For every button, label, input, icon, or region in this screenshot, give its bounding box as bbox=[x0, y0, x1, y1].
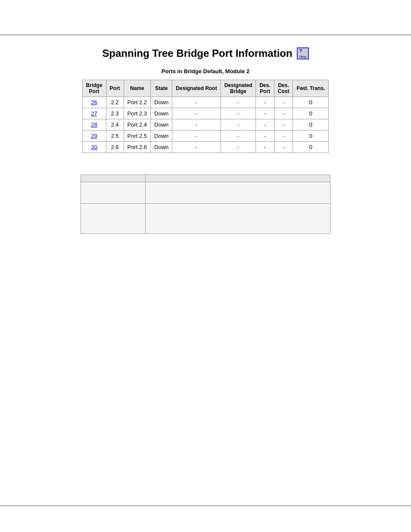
help-icon[interactable]: ?Help bbox=[297, 47, 309, 59]
table-row: 292.5Port 2.5Down----0 bbox=[82, 131, 329, 142]
designated-bridge-cell: - bbox=[221, 97, 256, 108]
bottom-border bbox=[0, 505, 411, 506]
bridge-port-cell[interactable]: 27 bbox=[82, 108, 106, 119]
secondary-table-wrapper bbox=[81, 174, 330, 234]
designated-root-cell: - bbox=[172, 119, 221, 131]
des-port-cell: - bbox=[256, 119, 274, 131]
secondary-row2-col2 bbox=[145, 204, 330, 234]
des-port-cell: - bbox=[256, 108, 274, 119]
des-cost-cell: - bbox=[274, 142, 293, 153]
col-name: Name bbox=[124, 80, 151, 97]
bridge-port-link[interactable]: 26 bbox=[91, 99, 97, 106]
designated-bridge-cell: - bbox=[221, 142, 256, 153]
table-row: 272.3Port 2.3Down----0 bbox=[82, 108, 329, 119]
col-fwd-trans: Fwd. Trans. bbox=[293, 80, 329, 97]
bridge-port-link[interactable]: 28 bbox=[91, 121, 97, 128]
designated-bridge-cell: - bbox=[221, 108, 256, 119]
top-border bbox=[0, 34, 411, 35]
col-designated-root: Designated Root bbox=[172, 80, 221, 97]
state-cell: Down bbox=[151, 97, 172, 108]
designated-root-cell: - bbox=[172, 131, 221, 142]
secondary-row-1 bbox=[81, 182, 330, 204]
des-cost-cell: - bbox=[274, 131, 293, 142]
fwd-trans-cell: 0 bbox=[293, 119, 329, 131]
table-row: 262.2Port 2.2Down----0 bbox=[82, 97, 329, 108]
fwd-trans-cell: 0 bbox=[293, 108, 329, 119]
designated-root-cell: - bbox=[172, 97, 221, 108]
col-bridge-port: BridgePort bbox=[82, 80, 106, 97]
des-cost-cell: - bbox=[274, 108, 293, 119]
name-cell: Port 2.3 bbox=[124, 108, 151, 119]
name-cell: Port 2.6 bbox=[124, 142, 151, 153]
designated-bridge-cell: - bbox=[221, 119, 256, 131]
state-cell: Down bbox=[151, 108, 172, 119]
port-cell: 2.2 bbox=[106, 97, 124, 108]
port-cell: 2.4 bbox=[106, 119, 124, 131]
fwd-trans-cell: 0 bbox=[293, 131, 329, 142]
col-des-port: Des.Port bbox=[256, 80, 274, 97]
table-row: 302.6Port 2.6Down----0 bbox=[82, 142, 329, 153]
designated-root-cell: - bbox=[172, 142, 221, 153]
col-port: Port bbox=[106, 80, 124, 97]
designated-root-cell: - bbox=[172, 108, 221, 119]
page-title-container: Spanning Tree Bridge Port Information ?H… bbox=[102, 47, 308, 59]
state-cell: Down bbox=[151, 119, 172, 131]
page-title: Spanning Tree Bridge Port Information bbox=[102, 47, 292, 59]
table-header-row: BridgePort Port Name State Designated Ro… bbox=[82, 80, 329, 97]
state-cell: Down bbox=[151, 131, 172, 142]
bridge-port-table: BridgePort Port Name State Designated Ro… bbox=[82, 80, 329, 153]
table-row: 282.4Port 2.4Down----0 bbox=[82, 119, 329, 131]
bridge-port-link[interactable]: 27 bbox=[91, 110, 97, 117]
des-cost-cell: - bbox=[274, 97, 293, 108]
fwd-trans-cell: 0 bbox=[293, 142, 329, 153]
des-port-cell: - bbox=[256, 97, 274, 108]
name-cell: Port 2.4 bbox=[124, 119, 151, 131]
secondary-col1-header bbox=[81, 175, 146, 182]
bridge-port-cell[interactable]: 28 bbox=[82, 119, 106, 131]
bridge-port-link[interactable]: 29 bbox=[91, 133, 97, 139]
bridge-port-cell[interactable]: 30 bbox=[82, 142, 106, 153]
secondary-header-row bbox=[81, 175, 330, 182]
secondary-col2-header bbox=[145, 175, 330, 182]
port-cell: 2.6 bbox=[106, 142, 124, 153]
des-port-cell: - bbox=[256, 142, 274, 153]
name-cell: Port 2.5 bbox=[124, 131, 151, 142]
designated-bridge-cell: - bbox=[221, 131, 256, 142]
col-des-cost: Des.Cost bbox=[274, 80, 293, 97]
secondary-row2-col1 bbox=[81, 204, 146, 234]
col-state: State bbox=[151, 80, 172, 97]
port-cell: 2.3 bbox=[106, 108, 124, 119]
des-port-cell: - bbox=[256, 131, 274, 142]
name-cell: Port 2.2 bbox=[124, 97, 151, 108]
secondary-row1-col2 bbox=[145, 182, 330, 204]
port-cell: 2.5 bbox=[106, 131, 124, 142]
secondary-row1-col1 bbox=[81, 182, 146, 204]
bridge-port-cell[interactable]: 29 bbox=[82, 131, 106, 142]
subtitle: Ports in Bridge Default, Module 2 bbox=[162, 68, 249, 75]
des-cost-cell: - bbox=[274, 119, 293, 131]
help-icon-label: ?Help bbox=[299, 48, 306, 59]
bridge-port-link[interactable]: 30 bbox=[91, 144, 97, 150]
bridge-port-cell[interactable]: 26 bbox=[82, 97, 106, 108]
fwd-trans-cell: 0 bbox=[293, 97, 329, 108]
secondary-table bbox=[81, 174, 330, 234]
secondary-row-2 bbox=[81, 204, 330, 234]
state-cell: Down bbox=[151, 142, 172, 153]
col-designated-bridge: DesignatedBridge bbox=[221, 80, 256, 97]
